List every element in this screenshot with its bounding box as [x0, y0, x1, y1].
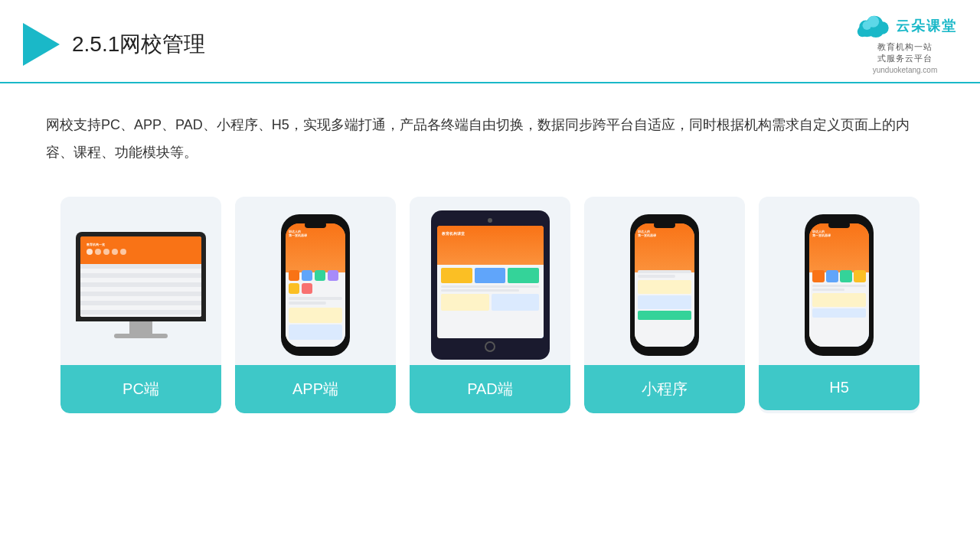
card-pad-image: 教育机构课堂: [410, 197, 570, 365]
miniprogram-phone-screen: 职达人的第一堂机器课: [635, 223, 694, 347]
miniprogram-phone: 职达人的第一堂机器课: [630, 214, 699, 356]
h5-phone-screen: 职达人的第一堂机器课: [809, 223, 869, 347]
svg-point-7: [863, 21, 872, 30]
logo-cloud: 云朵课堂: [853, 14, 957, 38]
miniprogram-phone-screen-inner: 职达人的第一堂机器课: [635, 223, 694, 347]
card-miniprogram-image: 职达人的第一堂机器课: [584, 197, 745, 365]
monitor-stand: [129, 321, 152, 334]
app-phone: 职达人的第一堂机器课: [281, 214, 350, 356]
title-prefix: 2.5.1: [72, 32, 119, 56]
description-paragraph: 网校支持PC、APP、PAD、小程序、H5，实现多端打通，产品各终端自由切换，数…: [46, 111, 934, 166]
card-miniprogram-label: 小程序: [584, 365, 745, 413]
app-phone-screen-inner: 职达人的第一堂机器课: [286, 223, 345, 347]
card-h5-label: H5: [759, 365, 920, 410]
card-miniprogram: 职达人的第一堂机器课 小程序: [584, 197, 745, 413]
card-pc-image: 教育机构一览: [60, 197, 221, 365]
card-pad-label: PAD端: [410, 365, 570, 413]
page-title: 2.5.1网校管理: [72, 30, 205, 59]
miniprogram-phone-notch: [654, 222, 675, 228]
cards-container: 教育机构一览: [0, 181, 980, 413]
card-app-label: APP端: [235, 365, 396, 413]
monitor-screen: 教育机构一览: [80, 236, 201, 317]
tablet-camera: [488, 218, 492, 223]
logo-area: 云朵课堂 教育机构一站 式服务云平台 yunduoketang.com: [853, 14, 957, 74]
header-left: 2.5.1网校管理: [23, 23, 205, 66]
pad-tablet: 教育机构课堂: [431, 210, 550, 360]
app-phone-screen: 职达人的第一堂机器课: [286, 223, 345, 347]
h5-phone: 职达人的第一堂机器课: [805, 214, 874, 356]
pad-tablet-screen: 教育机构课堂: [437, 226, 544, 338]
phone-notch: [305, 222, 326, 228]
logo-url: yunduoketang.com: [873, 66, 938, 74]
card-h5-image: 职达人的第一堂机器课: [759, 197, 920, 365]
card-app: 职达人的第一堂机器课: [235, 197, 396, 413]
monitor-screen-content: 教育机构一览: [80, 236, 201, 317]
card-h5: 职达人的第一堂机器课: [759, 197, 920, 413]
description-text: 网校支持PC、APP、PAD、小程序、H5，实现多端打通，产品各终端自由切换，数…: [0, 83, 980, 181]
monitor-base: [114, 334, 168, 338]
monitor-screen-outer: 教育机构一览: [76, 232, 206, 321]
logo-brand-text: 云朵课堂: [896, 17, 957, 35]
tablet-home-btn: [485, 341, 495, 352]
h5-phone-notch: [828, 222, 850, 228]
card-pc-label: PC端: [60, 365, 221, 413]
play-icon: [23, 23, 60, 66]
page-header: 2.5.1网校管理 云朵课堂 教育机构一站 式服务云平台 yundu: [0, 0, 980, 83]
logo-tagline: 教育机构一站 式服务云平台: [877, 41, 933, 64]
cloud-icon: [853, 14, 891, 38]
pc-screen-banner: 教育机构一览: [87, 243, 195, 256]
card-app-image: 职达人的第一堂机器课: [235, 197, 396, 365]
h5-phone-screen-inner: 职达人的第一堂机器课: [809, 223, 869, 347]
pc-monitor: 教育机构一览: [76, 232, 206, 338]
card-pad: 教育机构课堂: [410, 197, 570, 413]
card-pc: 教育机构一览: [60, 197, 221, 413]
title-main: 网校管理: [119, 32, 205, 56]
